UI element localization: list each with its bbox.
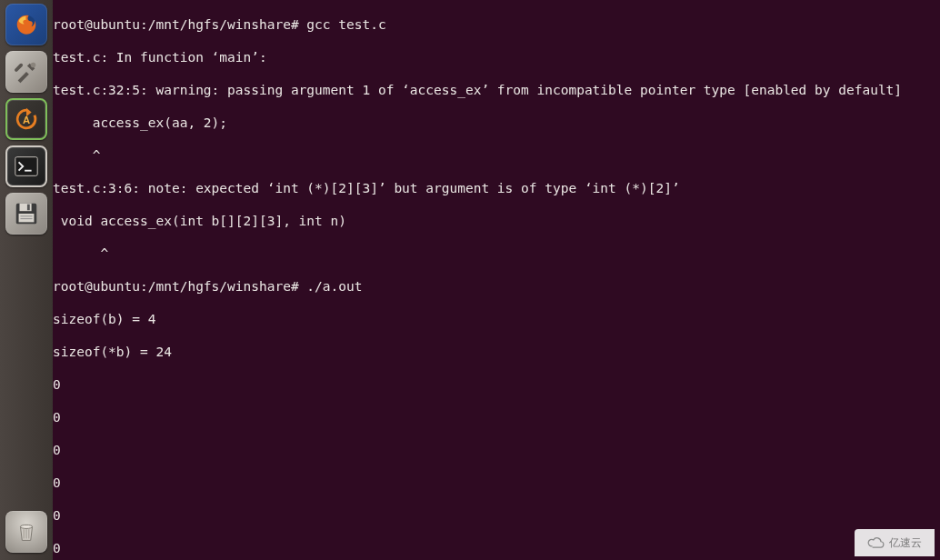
terminal-line: sizeof(*b) = 24 xyxy=(53,344,940,360)
cloud-icon xyxy=(867,535,885,550)
floppy-disk-icon xyxy=(13,200,40,227)
svg-text:A: A xyxy=(23,115,30,125)
svg-rect-4 xyxy=(15,157,37,176)
firefox-icon xyxy=(13,11,40,38)
terminal-line: 0 xyxy=(53,507,940,524)
watermark-text: 亿速云 xyxy=(889,535,922,551)
terminal-line: 0 xyxy=(53,540,940,556)
svg-rect-9 xyxy=(19,214,35,222)
terminal-line: 0 xyxy=(53,442,940,458)
launcher-item-terminal[interactable] xyxy=(5,145,47,187)
launcher-item-save[interactable] xyxy=(5,193,47,235)
updater-icon: A xyxy=(13,105,40,133)
svg-rect-8 xyxy=(27,205,30,211)
terminal-line: sizeof(b) = 4 xyxy=(53,311,940,327)
terminal-line: ^ xyxy=(53,147,940,164)
terminal-line: test.c:32:5: warning: passing argument 1… xyxy=(53,82,940,98)
watermark-badge: 亿速云 xyxy=(855,529,935,556)
unity-launcher: A xyxy=(0,0,53,560)
terminal-line: root@ubuntu:/mnt/hgfs/winshare# ./a.out xyxy=(53,278,940,295)
launcher-item-firefox[interactable] xyxy=(5,4,47,45)
terminal-line: 0 xyxy=(53,409,940,425)
launcher-item-settings[interactable] xyxy=(5,51,47,93)
svg-point-1 xyxy=(31,63,36,68)
wrench-screwdriver-icon xyxy=(13,58,40,85)
launcher-item-trash[interactable] xyxy=(5,511,47,553)
terminal-line: access_ex(aa, 2); xyxy=(53,115,940,131)
terminal-line: 0 xyxy=(53,475,940,491)
terminal-icon xyxy=(13,153,40,180)
terminal-line: ^ xyxy=(53,245,940,262)
terminal-line: root@ubuntu:/mnt/hgfs/winshare# gcc test… xyxy=(53,16,940,33)
terminal-line: 0 xyxy=(53,376,940,393)
svg-point-12 xyxy=(20,525,32,528)
launcher-item-software-updater[interactable]: A xyxy=(5,98,47,140)
terminal-line: test.c: In function ‘main’: xyxy=(53,49,940,65)
terminal-output[interactable]: root@ubuntu:/mnt/hgfs/winshare# gcc test… xyxy=(53,0,940,560)
svg-rect-2 xyxy=(14,63,24,73)
terminal-line: void access_ex(int b[][2][3], int n) xyxy=(53,213,940,229)
trash-icon xyxy=(13,518,40,545)
terminal-line: test.c:3:6: note: expected ‘int (*)[2][3… xyxy=(53,180,940,196)
